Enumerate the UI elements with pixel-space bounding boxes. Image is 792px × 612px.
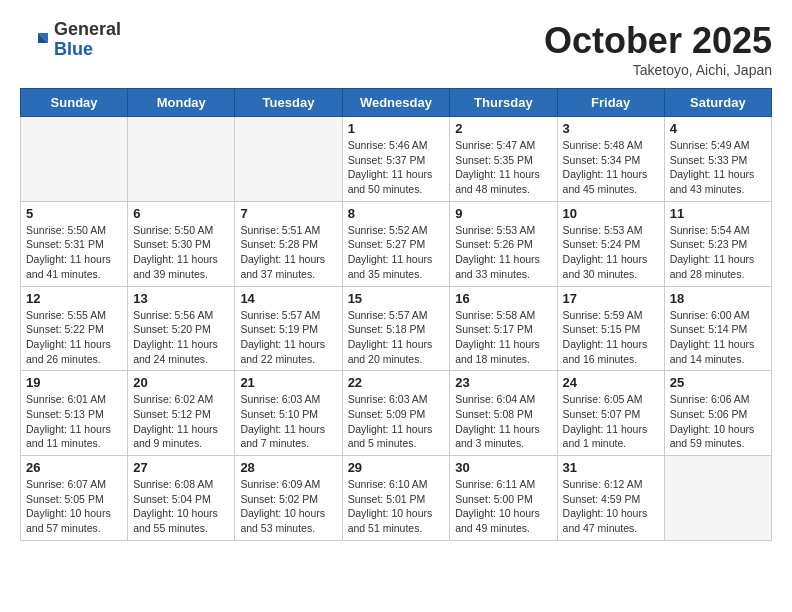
day-number: 6 [133, 206, 229, 221]
day-cell-16: 16Sunrise: 5:58 AM Sunset: 5:17 PM Dayli… [450, 286, 557, 371]
week-row-5: 26Sunrise: 6:07 AM Sunset: 5:05 PM Dayli… [21, 456, 772, 541]
day-info: Sunrise: 6:07 AM Sunset: 5:05 PM Dayligh… [26, 477, 122, 536]
day-number: 31 [563, 460, 659, 475]
day-info: Sunrise: 5:47 AM Sunset: 5:35 PM Dayligh… [455, 138, 551, 197]
day-cell-8: 8Sunrise: 5:52 AM Sunset: 5:27 PM Daylig… [342, 201, 450, 286]
day-cell-31: 31Sunrise: 6:12 AM Sunset: 4:59 PM Dayli… [557, 456, 664, 541]
day-info: Sunrise: 6:03 AM Sunset: 5:09 PM Dayligh… [348, 392, 445, 451]
day-info: Sunrise: 5:57 AM Sunset: 5:19 PM Dayligh… [240, 308, 336, 367]
weekday-header-sunday: Sunday [21, 89, 128, 117]
day-cell-9: 9Sunrise: 5:53 AM Sunset: 5:26 PM Daylig… [450, 201, 557, 286]
empty-cell [21, 117, 128, 202]
day-number: 12 [26, 291, 122, 306]
day-cell-19: 19Sunrise: 6:01 AM Sunset: 5:13 PM Dayli… [21, 371, 128, 456]
day-cell-29: 29Sunrise: 6:10 AM Sunset: 5:01 PM Dayli… [342, 456, 450, 541]
day-info: Sunrise: 5:54 AM Sunset: 5:23 PM Dayligh… [670, 223, 766, 282]
day-info: Sunrise: 5:52 AM Sunset: 5:27 PM Dayligh… [348, 223, 445, 282]
day-number: 18 [670, 291, 766, 306]
day-info: Sunrise: 6:09 AM Sunset: 5:02 PM Dayligh… [240, 477, 336, 536]
day-cell-15: 15Sunrise: 5:57 AM Sunset: 5:18 PM Dayli… [342, 286, 450, 371]
day-number: 20 [133, 375, 229, 390]
day-info: Sunrise: 6:04 AM Sunset: 5:08 PM Dayligh… [455, 392, 551, 451]
weekday-header-wednesday: Wednesday [342, 89, 450, 117]
day-number: 26 [26, 460, 122, 475]
week-row-2: 5Sunrise: 5:50 AM Sunset: 5:31 PM Daylig… [21, 201, 772, 286]
empty-cell [235, 117, 342, 202]
day-info: Sunrise: 5:46 AM Sunset: 5:37 PM Dayligh… [348, 138, 445, 197]
calendar: SundayMondayTuesdayWednesdayThursdayFrid… [20, 88, 772, 541]
day-cell-27: 27Sunrise: 6:08 AM Sunset: 5:04 PM Dayli… [128, 456, 235, 541]
empty-cell [664, 456, 771, 541]
day-info: Sunrise: 5:56 AM Sunset: 5:20 PM Dayligh… [133, 308, 229, 367]
day-info: Sunrise: 6:06 AM Sunset: 5:06 PM Dayligh… [670, 392, 766, 451]
week-row-3: 12Sunrise: 5:55 AM Sunset: 5:22 PM Dayli… [21, 286, 772, 371]
day-number: 9 [455, 206, 551, 221]
day-number: 8 [348, 206, 445, 221]
logo-icon [20, 25, 50, 55]
day-number: 21 [240, 375, 336, 390]
day-info: Sunrise: 6:02 AM Sunset: 5:12 PM Dayligh… [133, 392, 229, 451]
day-cell-14: 14Sunrise: 5:57 AM Sunset: 5:19 PM Dayli… [235, 286, 342, 371]
day-cell-1: 1Sunrise: 5:46 AM Sunset: 5:37 PM Daylig… [342, 117, 450, 202]
day-number: 28 [240, 460, 336, 475]
day-number: 23 [455, 375, 551, 390]
day-info: Sunrise: 6:11 AM Sunset: 5:00 PM Dayligh… [455, 477, 551, 536]
day-info: Sunrise: 5:53 AM Sunset: 5:26 PM Dayligh… [455, 223, 551, 282]
day-info: Sunrise: 6:01 AM Sunset: 5:13 PM Dayligh… [26, 392, 122, 451]
day-info: Sunrise: 5:49 AM Sunset: 5:33 PM Dayligh… [670, 138, 766, 197]
day-number: 17 [563, 291, 659, 306]
week-row-1: 1Sunrise: 5:46 AM Sunset: 5:37 PM Daylig… [21, 117, 772, 202]
day-number: 11 [670, 206, 766, 221]
weekday-header-row: SundayMondayTuesdayWednesdayThursdayFrid… [21, 89, 772, 117]
day-cell-13: 13Sunrise: 5:56 AM Sunset: 5:20 PM Dayli… [128, 286, 235, 371]
week-row-4: 19Sunrise: 6:01 AM Sunset: 5:13 PM Dayli… [21, 371, 772, 456]
day-number: 7 [240, 206, 336, 221]
day-info: Sunrise: 5:53 AM Sunset: 5:24 PM Dayligh… [563, 223, 659, 282]
day-number: 15 [348, 291, 445, 306]
day-cell-20: 20Sunrise: 6:02 AM Sunset: 5:12 PM Dayli… [128, 371, 235, 456]
title-area: October 2025 Taketoyo, Aichi, Japan [544, 20, 772, 78]
logo-general: General [54, 20, 121, 40]
logo-text: General Blue [54, 20, 121, 60]
day-info: Sunrise: 6:12 AM Sunset: 4:59 PM Dayligh… [563, 477, 659, 536]
day-info: Sunrise: 5:59 AM Sunset: 5:15 PM Dayligh… [563, 308, 659, 367]
day-info: Sunrise: 5:50 AM Sunset: 5:30 PM Dayligh… [133, 223, 229, 282]
day-number: 16 [455, 291, 551, 306]
day-cell-24: 24Sunrise: 6:05 AM Sunset: 5:07 PM Dayli… [557, 371, 664, 456]
day-number: 10 [563, 206, 659, 221]
day-cell-3: 3Sunrise: 5:48 AM Sunset: 5:34 PM Daylig… [557, 117, 664, 202]
day-cell-30: 30Sunrise: 6:11 AM Sunset: 5:00 PM Dayli… [450, 456, 557, 541]
day-number: 24 [563, 375, 659, 390]
day-cell-17: 17Sunrise: 5:59 AM Sunset: 5:15 PM Dayli… [557, 286, 664, 371]
day-cell-10: 10Sunrise: 5:53 AM Sunset: 5:24 PM Dayli… [557, 201, 664, 286]
day-cell-25: 25Sunrise: 6:06 AM Sunset: 5:06 PM Dayli… [664, 371, 771, 456]
day-number: 2 [455, 121, 551, 136]
day-cell-28: 28Sunrise: 6:09 AM Sunset: 5:02 PM Dayli… [235, 456, 342, 541]
day-info: Sunrise: 6:08 AM Sunset: 5:04 PM Dayligh… [133, 477, 229, 536]
day-cell-26: 26Sunrise: 6:07 AM Sunset: 5:05 PM Dayli… [21, 456, 128, 541]
location: Taketoyo, Aichi, Japan [544, 62, 772, 78]
day-cell-4: 4Sunrise: 5:49 AM Sunset: 5:33 PM Daylig… [664, 117, 771, 202]
page-header: General Blue October 2025 Taketoyo, Aich… [20, 20, 772, 78]
day-info: Sunrise: 5:48 AM Sunset: 5:34 PM Dayligh… [563, 138, 659, 197]
weekday-header-saturday: Saturday [664, 89, 771, 117]
day-cell-6: 6Sunrise: 5:50 AM Sunset: 5:30 PM Daylig… [128, 201, 235, 286]
logo-blue: Blue [54, 40, 121, 60]
day-info: Sunrise: 5:50 AM Sunset: 5:31 PM Dayligh… [26, 223, 122, 282]
day-number: 14 [240, 291, 336, 306]
day-number: 13 [133, 291, 229, 306]
day-info: Sunrise: 6:05 AM Sunset: 5:07 PM Dayligh… [563, 392, 659, 451]
day-cell-12: 12Sunrise: 5:55 AM Sunset: 5:22 PM Dayli… [21, 286, 128, 371]
day-cell-5: 5Sunrise: 5:50 AM Sunset: 5:31 PM Daylig… [21, 201, 128, 286]
day-info: Sunrise: 5:57 AM Sunset: 5:18 PM Dayligh… [348, 308, 445, 367]
day-number: 30 [455, 460, 551, 475]
day-cell-21: 21Sunrise: 6:03 AM Sunset: 5:10 PM Dayli… [235, 371, 342, 456]
day-cell-23: 23Sunrise: 6:04 AM Sunset: 5:08 PM Dayli… [450, 371, 557, 456]
day-info: Sunrise: 5:51 AM Sunset: 5:28 PM Dayligh… [240, 223, 336, 282]
day-info: Sunrise: 6:03 AM Sunset: 5:10 PM Dayligh… [240, 392, 336, 451]
weekday-header-friday: Friday [557, 89, 664, 117]
day-info: Sunrise: 5:58 AM Sunset: 5:17 PM Dayligh… [455, 308, 551, 367]
weekday-header-monday: Monday [128, 89, 235, 117]
day-cell-11: 11Sunrise: 5:54 AM Sunset: 5:23 PM Dayli… [664, 201, 771, 286]
day-number: 29 [348, 460, 445, 475]
